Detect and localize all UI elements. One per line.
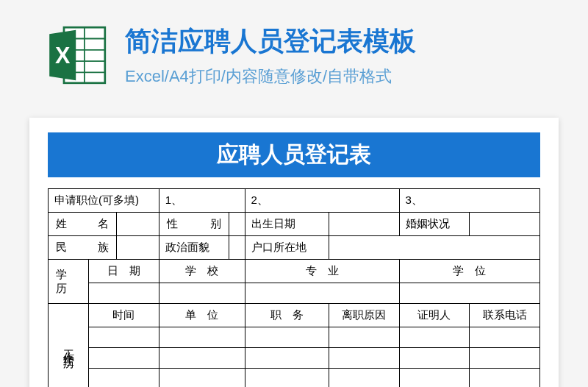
work-phone-header: 联系电话 <box>470 304 540 327</box>
work-reason-header: 离职原因 <box>329 304 399 327</box>
main-title: 简洁应聘人员登记表模板 <box>125 24 544 60</box>
work-phone-2 <box>470 348 540 369</box>
birth-label: 出生日期 <box>245 213 329 236</box>
edu-major-1 <box>245 283 399 304</box>
marital-label: 婚姻状况 <box>399 213 470 236</box>
work-group-label: 工作经历 <box>49 304 89 388</box>
position-2: 2、 <box>245 189 399 213</box>
work-position-1 <box>245 327 329 348</box>
apply-position-label: 申请职位(可多填) <box>49 189 159 213</box>
marital-value <box>470 213 540 236</box>
template-header: X 简洁应聘人员登记表模板 Excel/A4打印/内容随意修改/自带格式 <box>0 0 588 103</box>
work-time-2 <box>89 348 159 369</box>
edu-degree-header: 学 位 <box>399 260 539 283</box>
registration-table: 申请职位(可多填) 1、 2、 3、 姓 名 性 别 出生日期 婚姻状况 民 族… <box>48 188 540 387</box>
hukou-value <box>329 236 539 260</box>
work-unit-1 <box>159 327 245 348</box>
name-label: 姓 名 <box>49 213 117 236</box>
work-reference-1 <box>399 327 470 348</box>
work-time-1 <box>89 327 159 348</box>
work-reason-1 <box>329 327 399 348</box>
political-value <box>229 236 245 260</box>
work-unit-header: 单 位 <box>159 304 245 327</box>
work-position-3 <box>245 369 329 388</box>
svg-text:X: X <box>55 43 71 68</box>
work-time-header: 时间 <box>89 304 159 327</box>
form-title: 应聘人员登记表 <box>48 132 540 177</box>
work-reference-header: 证明人 <box>399 304 470 327</box>
gender-value <box>229 213 245 236</box>
edu-group-label: 学 历 <box>49 260 89 304</box>
work-reference-3 <box>399 369 470 388</box>
position-1: 1、 <box>159 189 245 213</box>
work-phone-3 <box>470 369 540 388</box>
ethnicity-value <box>116 236 159 260</box>
subtitle: Excel/A4打印/内容随意修改/自带格式 <box>125 65 544 88</box>
excel-icon: X <box>44 22 110 88</box>
edu-degree-1 <box>399 283 539 304</box>
edu-school-header: 学 校 <box>159 260 245 283</box>
edu-major-header: 专 业 <box>245 260 399 283</box>
birth-value <box>329 213 399 236</box>
work-reference-2 <box>399 348 470 369</box>
work-reason-2 <box>329 348 399 369</box>
work-position-header: 职 务 <box>245 304 329 327</box>
work-reason-3 <box>329 369 399 388</box>
gender-label: 性 别 <box>159 213 229 236</box>
work-unit-2 <box>159 348 245 369</box>
ethnicity-label: 民 族 <box>49 236 117 260</box>
position-3: 3、 <box>399 189 539 213</box>
edu-school-1 <box>159 283 245 304</box>
title-block: 简洁应聘人员登记表模板 Excel/A4打印/内容随意修改/自带格式 <box>125 24 544 88</box>
name-value <box>116 213 159 236</box>
hukou-label: 户口所在地 <box>245 236 329 260</box>
political-label: 政治面貌 <box>159 236 229 260</box>
work-phone-1 <box>470 327 540 348</box>
work-time-3 <box>89 369 159 388</box>
document-preview: 应聘人员登记表 申请职位(可多填) 1、 2、 3、 姓 名 性 别 出生日期 … <box>29 118 559 387</box>
work-unit-3 <box>159 369 245 388</box>
edu-date-1 <box>89 283 159 304</box>
work-position-2 <box>245 348 329 369</box>
edu-date-header: 日 期 <box>89 260 159 283</box>
